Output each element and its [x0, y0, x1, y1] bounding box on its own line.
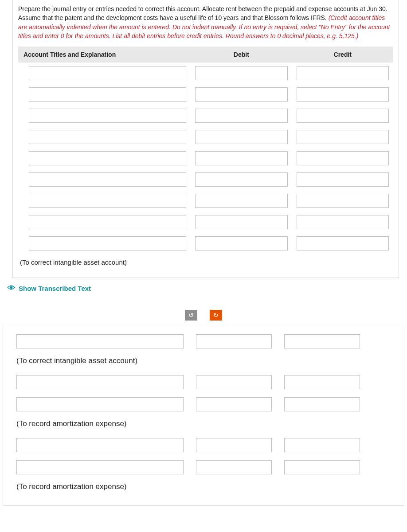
col-header-credit: Credit — [292, 47, 393, 63]
debit-input[interactable] — [195, 151, 287, 165]
debit-input[interactable] — [195, 215, 287, 229]
group-label: (To record amortization expense) — [16, 482, 396, 491]
answer-row — [16, 397, 396, 411]
credit-input[interactable] — [297, 130, 389, 144]
credit-input[interactable] — [297, 66, 389, 80]
credit-input[interactable] — [297, 194, 389, 208]
credit-input[interactable] — [284, 438, 360, 452]
table-row — [18, 63, 393, 84]
answer-row — [16, 375, 396, 389]
answer-card: (To correct intangible asset account) (T… — [3, 326, 404, 506]
account-input[interactable] — [29, 215, 186, 229]
show-transcribed-toggle[interactable]: 👁 Show Transcribed Text — [8, 284, 407, 292]
table-row — [18, 148, 393, 169]
debit-input[interactable] — [195, 130, 287, 144]
account-input[interactable] — [29, 66, 186, 80]
table-row — [18, 211, 393, 233]
account-input[interactable] — [29, 194, 186, 208]
account-input[interactable] — [16, 460, 184, 474]
debit-input[interactable] — [196, 334, 272, 348]
credit-input[interactable] — [297, 151, 389, 165]
debit-input[interactable] — [195, 172, 287, 187]
table-row — [18, 169, 393, 190]
account-input[interactable] — [16, 397, 184, 411]
account-input[interactable] — [16, 334, 184, 348]
credit-input[interactable] — [284, 397, 360, 411]
eye-icon: 👁 — [8, 284, 16, 292]
credit-input[interactable] — [284, 334, 360, 348]
account-input[interactable] — [29, 87, 186, 102]
debit-input[interactable] — [196, 460, 272, 474]
account-input[interactable] — [29, 151, 186, 165]
next-button[interactable]: ↻ — [210, 310, 222, 321]
table-row — [18, 105, 393, 126]
credit-input[interactable] — [297, 215, 389, 229]
credit-input[interactable] — [297, 236, 389, 250]
account-input[interactable] — [29, 236, 186, 250]
col-header-debit: Debit — [191, 47, 292, 63]
prev-button[interactable]: ↺ — [185, 310, 197, 321]
credit-input[interactable] — [297, 172, 389, 187]
table-row — [18, 190, 393, 211]
table-row — [18, 126, 393, 148]
debit-input[interactable] — [196, 397, 272, 411]
debit-input[interactable] — [195, 194, 287, 208]
debit-input[interactable] — [195, 236, 287, 250]
credit-input[interactable] — [284, 375, 360, 389]
answer-row — [16, 438, 396, 452]
debit-input[interactable] — [196, 438, 272, 452]
group-label: (To correct intangible asset account) — [16, 356, 396, 365]
credit-input[interactable] — [297, 87, 389, 102]
question-instructions: Prepare the journal entry or entries nee… — [18, 4, 393, 40]
question-card: Prepare the journal entry or entries nee… — [12, 0, 399, 278]
account-input[interactable] — [29, 172, 186, 187]
account-input[interactable] — [29, 130, 186, 144]
debit-input[interactable] — [196, 375, 272, 389]
footnote-row: (To correct intangible asset account) — [18, 254, 393, 270]
show-transcribed-label: Show Transcribed Text — [19, 285, 91, 292]
table-row — [18, 233, 393, 254]
debit-input[interactable] — [195, 109, 287, 123]
col-header-account: Account Titles and Explanation — [18, 47, 191, 63]
debit-input[interactable] — [195, 87, 287, 102]
credit-input[interactable] — [284, 460, 360, 474]
nav-buttons: ↺ ↻ — [0, 310, 407, 321]
account-input[interactable] — [16, 375, 184, 389]
table-row — [18, 84, 393, 105]
account-input[interactable] — [16, 438, 184, 452]
credit-input[interactable] — [297, 109, 389, 123]
journal-entry-table: Account Titles and Explanation Debit Cre… — [18, 47, 393, 270]
answer-row — [16, 460, 396, 474]
footnote-text: (To correct intangible asset account) — [18, 254, 393, 270]
answer-row — [16, 334, 396, 348]
account-input[interactable] — [29, 109, 186, 123]
debit-input[interactable] — [195, 66, 287, 80]
group-label: (To record amortization expense) — [16, 419, 396, 428]
